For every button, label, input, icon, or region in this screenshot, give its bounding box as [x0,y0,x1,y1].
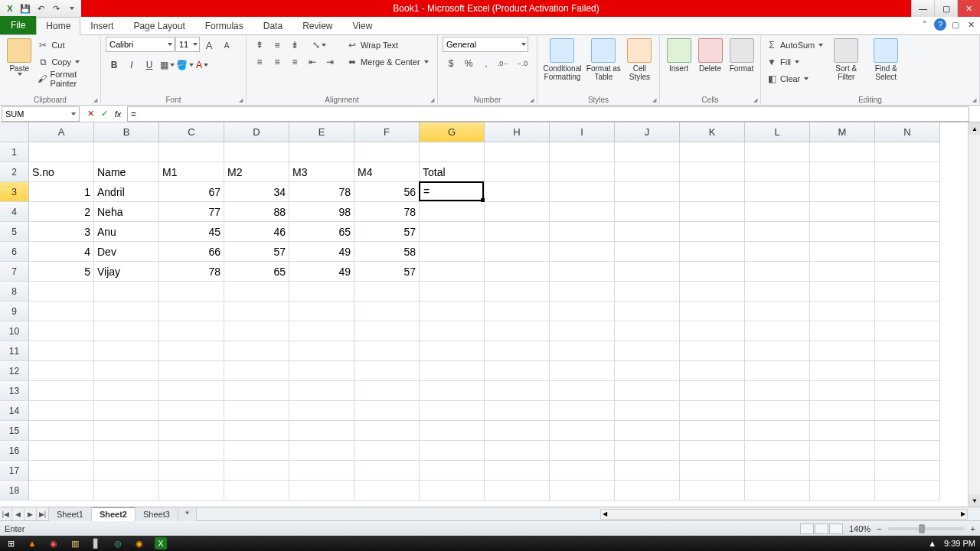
cell-G6[interactable] [420,242,485,262]
cell-E3[interactable]: 78 [289,182,354,202]
cell-I3[interactable] [550,182,615,202]
row-header-10[interactable]: 10 [0,321,29,341]
cell-H4[interactable] [485,202,550,222]
format-painter-button[interactable]: 🖌Format Painter [37,70,96,87]
cell-F8[interactable] [354,282,420,302]
cell-M16[interactable] [810,441,875,461]
cell-G5[interactable] [420,222,485,242]
cell-C17[interactable] [159,461,224,481]
cell-J17[interactable] [615,461,680,481]
cell-M5[interactable] [810,222,875,242]
sheet-tab-sheet3[interactable]: Sheet3 [136,507,178,521]
cell-F2[interactable]: M4 [354,162,420,182]
cell-M18[interactable] [810,481,875,500]
cell-L4[interactable] [745,202,810,222]
taskbar-app2-icon[interactable]: ◉ [133,537,145,549]
underline-button[interactable]: U [141,57,158,73]
cell-K14[interactable] [680,401,745,421]
cell-B17[interactable] [94,461,159,481]
cell-N1[interactable] [875,142,940,162]
align-center-button[interactable]: ≡ [269,54,286,70]
cell-C16[interactable] [159,441,224,461]
cell-G13[interactable] [420,381,485,401]
cell-M14[interactable] [810,401,875,421]
cell-A13[interactable] [29,381,94,401]
cell-H8[interactable] [485,282,550,302]
cell-G7[interactable] [420,262,485,282]
cell-B18[interactable] [94,481,159,500]
cell-E5[interactable]: 65 [289,222,354,242]
cell-M9[interactable] [810,302,875,321]
maximize-button[interactable]: ▢ [934,0,957,17]
sheet-tab-sheet1[interactable]: Sheet1 [49,507,92,521]
shrink-font-button[interactable]: A [218,37,235,54]
view-buttons[interactable] [800,523,843,534]
cell-B6[interactable]: Dev [94,242,159,262]
cell-I11[interactable] [550,341,615,361]
save-icon[interactable]: 💾 [18,2,32,15]
zoom-level[interactable]: 140% [849,524,871,533]
cell-D16[interactable] [224,441,289,461]
sheet-nav-last-icon[interactable]: ▶| [37,508,49,520]
cell-N7[interactable] [875,262,940,282]
cell-B5[interactable]: Anu [94,222,159,242]
cell-F14[interactable] [354,401,420,421]
cell-M13[interactable] [810,381,875,401]
merge-center-button[interactable]: ⬌Merge & Center [346,54,429,70]
autosum-button[interactable]: ΣAutoSum [766,37,823,54]
fill-button[interactable]: ▼Fill [766,54,823,70]
name-box[interactable]: SUM [2,106,80,122]
cell-A17[interactable] [29,461,94,481]
row-header-11[interactable]: 11 [0,341,29,361]
tab-review[interactable]: Review [292,16,342,34]
cell-F11[interactable] [354,341,420,361]
sheet-nav-first-icon[interactable]: |◀ [0,508,12,520]
cell-K7[interactable] [680,262,745,282]
enter-formula-icon[interactable]: ✓ [98,108,110,120]
fill-color-button[interactable]: 🪣 [176,57,193,73]
cell-N17[interactable] [875,461,940,481]
cell-N3[interactable] [875,182,940,202]
cell-L16[interactable] [745,441,810,461]
cell-F1[interactable] [354,142,420,162]
cell-D3[interactable]: 34 [224,182,289,202]
cell-I2[interactable] [550,162,615,182]
cell-C18[interactable] [159,481,224,500]
cell-E15[interactable] [289,421,354,441]
cell-M6[interactable] [810,242,875,262]
cell-G14[interactable] [420,401,485,421]
cell-D14[interactable] [224,401,289,421]
cell-C6[interactable]: 66 [159,242,224,262]
cell-N8[interactable] [875,282,940,302]
sort-filter-button[interactable]: Sort & Filter [829,37,863,81]
row-header-12[interactable]: 12 [0,361,29,381]
cell-N13[interactable] [875,381,940,401]
cell-N9[interactable] [875,302,940,321]
cell-N11[interactable] [875,341,940,361]
cell-F4[interactable]: 78 [354,202,420,222]
cell-L1[interactable] [745,142,810,162]
cell-K18[interactable] [680,481,745,500]
cell-H6[interactable] [485,242,550,262]
tab-view[interactable]: View [343,16,383,34]
cell-H3[interactable] [485,182,550,202]
cell-J6[interactable] [615,242,680,262]
qat-customize-icon[interactable] [64,2,78,15]
cell-A5[interactable]: 3 [29,222,94,242]
cell-M10[interactable] [810,321,875,341]
cell-H15[interactable] [485,421,550,441]
cell-B13[interactable] [94,381,159,401]
cell-F5[interactable]: 57 [354,222,420,242]
cell-G15[interactable] [420,421,485,441]
tab-data[interactable]: Data [253,16,292,34]
cell-C2[interactable]: M1 [159,162,224,182]
cell-C8[interactable] [159,282,224,302]
worksheet-grid[interactable]: ABCDEFGHIJKLMN 1234567891011121314151617… [0,122,980,507]
scroll-down-icon[interactable]: ▼ [969,494,980,507]
cell-C11[interactable] [159,341,224,361]
cell-I1[interactable] [550,142,615,162]
col-header-L[interactable]: L [745,122,810,142]
align-right-button[interactable]: ≡ [286,54,303,70]
cell-E10[interactable] [289,321,354,341]
sheet-nav-next-icon[interactable]: ▶ [24,508,37,520]
